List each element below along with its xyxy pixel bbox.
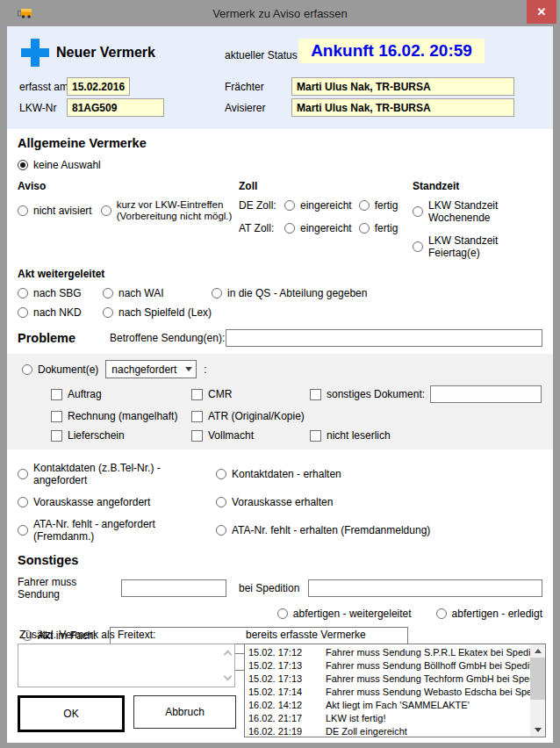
radio-nach-spielfeld[interactable]: nach Spielfeld (Lex) (103, 306, 212, 319)
checkbox-box (310, 389, 321, 400)
scrollbar-thumb[interactable] (530, 658, 545, 700)
erfasst-am-label: erfasst am (19, 81, 68, 93)
dropdown-value: nachgefordert (106, 363, 181, 376)
radio-label: Vorauskasse angefordert (33, 496, 150, 508)
close-icon: ✕ (537, 5, 547, 18)
checkbox-vollmacht[interactable]: Vollmacht (191, 429, 310, 442)
radio-label: nach WAI (118, 287, 164, 299)
radio-abfertigen-weitergeleitet[interactable]: abfertigen - weitergeleitet (277, 608, 412, 620)
plus-icon (19, 37, 51, 71)
radio-de-zoll-eingereicht[interactable]: eingereicht (284, 199, 352, 212)
vermerk-time: 16.02. 21:17 (245, 713, 326, 723)
radio-circle (284, 200, 295, 211)
list-item[interactable]: 16.02. 14:12 Akt liegt im Fach 'SAMMELAK… (245, 698, 530, 711)
window-title: Vermerk zu Aviso erfassen (0, 7, 560, 20)
vermerk-time: 15.02. 17:12 (245, 647, 326, 658)
radio-label: ATA-Nr. fehlt - angefordert (Fremdanm.) (33, 518, 216, 543)
radio-label: abfertigen - erledigt (452, 608, 542, 620)
radio-circle (18, 160, 28, 170)
radio-nach-wai[interactable]: nach WAI (103, 287, 212, 299)
titlebar: Vermerk zu Aviso erfassen ✕ (0, 0, 560, 26)
vermerk-time: 15.02. 17:13 (245, 660, 326, 671)
list-item[interactable]: 15.02. 17:14 Fahrer muss Sendung Webasto… (245, 685, 530, 698)
vermerk-time: 16.02. 14:12 (245, 700, 326, 710)
radio-de-zoll-fertig[interactable]: fertig (359, 199, 398, 212)
list-item[interactable]: 16.02. 21:19 DE Zoll eingereicht (245, 724, 530, 737)
scrollbar[interactable] (530, 644, 545, 737)
standzeit-heading: Standzeit (413, 180, 542, 192)
freitext-textarea[interactable] (18, 644, 234, 687)
radio-circle (18, 288, 28, 298)
vermerk-text: Fahrer muss Sendung S.P.R.L Ekatex bei S… (326, 647, 530, 658)
radio-vorauskasse-erhalten[interactable]: Vorauskasse erhalten (216, 496, 333, 508)
erfasst-am-field[interactable]: 15.02.2016 (67, 77, 130, 96)
scroll-down-icon[interactable] (530, 723, 545, 737)
radio-label: eingereicht (300, 222, 352, 234)
checkbox-atr[interactable]: ATR (Original/Kopie) (191, 410, 305, 422)
radio-label: kurz vor LKW-Eintreffen (Vorbereitung ni… (117, 199, 233, 222)
bei-spedition-input[interactable] (308, 579, 542, 597)
radio-standzeit-feiertag[interactable]: LKW Standzeit Feiertag(e) (413, 234, 542, 259)
radio-circle (436, 608, 447, 619)
radio-circle (18, 525, 28, 536)
checkbox-sonstiges-dokument[interactable]: sonstiges Dokument: (310, 388, 425, 400)
radio-dokumente[interactable]: Dokument(e) (22, 363, 98, 376)
radio-vorauskasse-angefordert[interactable]: Vorauskasse angefordert (18, 496, 216, 508)
radio-kontaktdaten-erhalten[interactable]: Kontaktdaten - erhalten (216, 468, 341, 480)
checkbox-label: nicht leserlich (327, 429, 391, 442)
radio-qs-abteilung[interactable]: in die QS - Abteilung gegeben (212, 287, 367, 299)
fraechter-field[interactable]: Marti Ulus Nak, TR-BURSA (291, 77, 514, 96)
dokument-status-dropdown[interactable]: nachgefordert (105, 360, 197, 378)
checkbox-nicht-leserlich[interactable]: nicht leserlich (310, 429, 391, 442)
scroll-up-icon[interactable] (530, 644, 545, 658)
lkw-nr-label: LKW-Nr (19, 102, 56, 114)
checkbox-label: sonstiges Dokument: (327, 388, 425, 400)
betroffene-sendung-input[interactable] (226, 329, 542, 347)
checkbox-label: Lieferschein (68, 429, 125, 442)
avisierer-field[interactable]: Marti Ulus Nak, TR-BURSA (291, 98, 514, 117)
radio-standzeit-wochenende[interactable]: LKW Standzeit Wochenende (413, 199, 542, 224)
radio-nach-nkd[interactable]: nach NKD (18, 306, 103, 319)
ok-button[interactable]: OK (18, 695, 125, 732)
radio-at-zoll-eingereicht[interactable]: eingereicht (284, 222, 352, 234)
checkbox-lieferschein[interactable]: Lieferschein (51, 429, 191, 442)
list-item[interactable]: 15.02. 17:13 Fahrer muss Sendung Techfor… (245, 672, 530, 685)
radio-label: ATA-Nr. fehlt - erhalten (Fremdanmeldung… (232, 524, 430, 536)
radio-nicht-avisiert[interactable]: nicht avisiert (18, 205, 92, 217)
fahrer-sendung-input[interactable] (121, 579, 226, 597)
fahrer-muss-sendung-label: Fahrer muss Sendung (18, 576, 121, 601)
radio-ata-angefordert[interactable]: ATA-Nr. fehlt - angefordert (Fremdanm.) (18, 518, 216, 543)
cancel-button[interactable]: Abbruch (133, 695, 236, 729)
freitext-area (18, 644, 235, 687)
checkbox-auftrag[interactable]: Auftrag (51, 388, 191, 400)
radio-label: nicht avisiert (33, 205, 92, 217)
sonstiges-dokument-input[interactable] (430, 385, 542, 403)
checkbox-cmr[interactable]: CMR (191, 388, 310, 400)
list-item[interactable]: 16.02. 21:17 LKW ist fertig! (245, 711, 530, 724)
radio-label: nach SBG (33, 287, 82, 299)
radio-circle (216, 469, 226, 479)
section-allgemeine-vermerke: Allgemeine Vermerke (18, 136, 542, 150)
radio-label: Kontaktdaten (z.B.Tel-Nr.) - angefordert (33, 462, 216, 486)
list-item[interactable]: 15.02. 17:12 Fahrer muss Sendung S.P.R.L… (245, 645, 530, 658)
close-button[interactable]: ✕ (527, 0, 556, 24)
vermerke-listbox: 15.02. 17:12 Fahrer muss Sendung S.P.R.L… (244, 644, 546, 737)
de-zoll-label: DE Zoll: (239, 199, 277, 212)
radio-at-zoll-fertig[interactable]: fertig (359, 222, 398, 234)
checkbox-rechnung[interactable]: Rechnung (mangelhaft) (51, 410, 191, 422)
checkbox-box (191, 411, 203, 422)
radio-abfertigen-erledigt[interactable]: abfertigen - erledigt (436, 608, 542, 620)
radio-kurz-vor-lkw-eintreffen[interactable]: kurz vor LKW-Eintreffen (Vorbereitung ni… (101, 199, 233, 222)
checkbox-box (51, 430, 62, 442)
lkw-nr-field[interactable]: 81AG509 (67, 98, 164, 117)
checkbox-label: Vollmacht (208, 429, 254, 442)
radio-nach-sbg[interactable]: nach SBG (18, 287, 103, 299)
vermerk-text: Fahrer muss Sendung Techform GmbH bei Sp… (326, 673, 530, 684)
radio-ata-erhalten[interactable]: ATA-Nr. fehlt - erhalten (Fremdanmeldung… (216, 524, 430, 536)
radio-keine-auswahl[interactable]: keine Auswahl (18, 159, 101, 171)
section-probleme: Probleme (18, 331, 110, 345)
akt-weitergeleitet-heading: Akt weitergeleitet (18, 268, 542, 280)
checkbox-box (191, 430, 203, 442)
radio-kontaktdaten-angefordert[interactable]: Kontaktdaten (z.B.Tel-Nr.) - angefordert (18, 462, 216, 486)
list-item[interactable]: 15.02. 17:13 Fahrer muss Sendung Böllhof… (245, 658, 530, 672)
